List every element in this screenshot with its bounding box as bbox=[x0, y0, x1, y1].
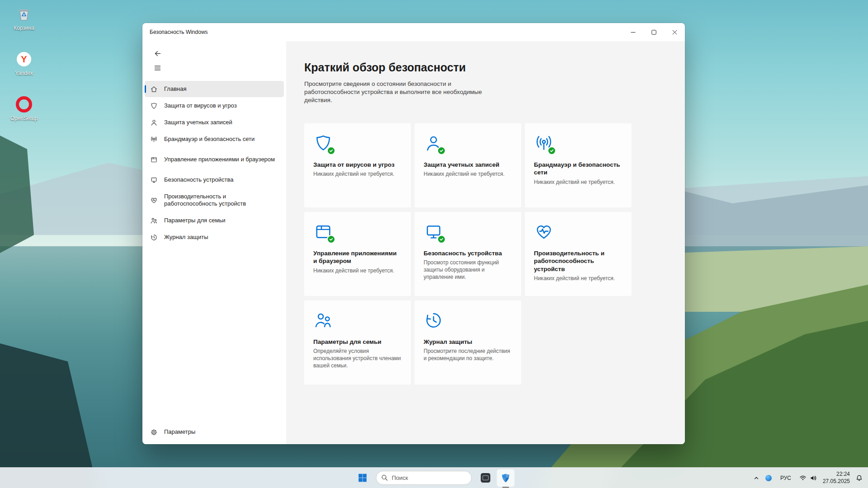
taskbar-app-button[interactable] bbox=[476, 469, 495, 487]
card-title: Безопасность устройства bbox=[424, 249, 512, 258]
card-device-security[interactable]: Безопасность устройства Просмотр состоян… bbox=[415, 212, 521, 296]
sidebar-item-app-browser-control[interactable]: Управление приложениями и браузером bbox=[145, 148, 284, 171]
page-description: Просмотрите сведения о состоянии безопас… bbox=[304, 80, 485, 105]
person-icon bbox=[150, 119, 158, 127]
sidebar-item-settings[interactable]: Параметры bbox=[145, 424, 284, 440]
card-title: Защита от вирусов и угроз bbox=[313, 161, 402, 169]
desktop-icon-label: Yandex bbox=[15, 70, 33, 76]
card-subtitle: Просмотр состояния функций защиты оборуд… bbox=[424, 259, 512, 281]
sidebar-item-label: Управление приложениями и браузером bbox=[164, 156, 275, 163]
health-icon bbox=[534, 222, 554, 242]
status-ok-badge bbox=[437, 235, 446, 244]
sidebar-item-home[interactable]: Главная bbox=[145, 81, 284, 97]
history-icon bbox=[150, 234, 158, 241]
card-title: Производительность и работоспособность у… bbox=[534, 249, 623, 273]
sidebar-item-label: Параметры для семьи bbox=[164, 217, 225, 224]
status-ok-badge bbox=[547, 146, 556, 155]
sidebar-item-device-security[interactable]: Безопасность устройства bbox=[145, 172, 284, 188]
opera-setup-icon bbox=[15, 96, 33, 113]
gear-icon bbox=[150, 428, 158, 436]
sidebar-item-label: Производительность и работоспособность у… bbox=[164, 193, 278, 207]
desktop-icon-yandex[interactable]: Y Yandex bbox=[5, 51, 43, 92]
card-subtitle: Никаких действий не требуется. bbox=[534, 179, 623, 186]
card-protection-history[interactable]: Журнал защиты Просмотрите последние дейс… bbox=[415, 300, 521, 385]
sidebar-item-device-health[interactable]: Производительность и работоспособность у… bbox=[145, 188, 284, 212]
home-icon bbox=[150, 85, 158, 93]
card-firewall[interactable]: Брандмауэр и безопасность сети Никаких д… bbox=[525, 123, 632, 207]
tray-time: 22:24 bbox=[823, 471, 850, 478]
sidebar-item-account-protection[interactable]: Защита учетных записей bbox=[145, 114, 284, 131]
card-device-health[interactable]: Производительность и работоспособность у… bbox=[525, 212, 632, 296]
wifi-icon bbox=[799, 474, 807, 482]
history-icon bbox=[424, 310, 443, 330]
page-title: Краткий обзор безопасности bbox=[304, 61, 685, 74]
sidebar-item-virus-protection[interactable]: Защита от вирусов и угроз bbox=[145, 98, 284, 114]
start-button[interactable] bbox=[354, 469, 372, 487]
windows-logo-icon bbox=[357, 473, 368, 483]
card-subtitle: Никаких действий не требуется. bbox=[534, 275, 623, 282]
security-cards-grid: Защита от вирусов и угроз Никаких действ… bbox=[304, 123, 685, 385]
sidebar-item-firewall[interactable]: Брандмауэр и безопасность сети bbox=[145, 131, 284, 147]
taskbar-windows-security-button[interactable] bbox=[497, 469, 515, 487]
card-virus-protection[interactable]: Защита от вирусов и угроз Никаких действ… bbox=[304, 123, 411, 207]
tray-app-icon bbox=[765, 474, 772, 482]
card-title: Защита учетных записей bbox=[424, 161, 512, 169]
recycle-bin-icon bbox=[15, 5, 33, 23]
notification-center-button[interactable] bbox=[853, 469, 865, 487]
device-icon bbox=[150, 176, 158, 184]
dark-app-icon bbox=[480, 472, 491, 483]
sidebar: Главная Защита от вирусов и угроз Защита… bbox=[142, 41, 286, 444]
family-icon bbox=[313, 310, 333, 330]
bell-icon bbox=[856, 474, 863, 481]
apps-icon bbox=[150, 156, 158, 164]
taskbar: РУС 22:24 27.05.2025 bbox=[0, 467, 868, 488]
desktop-icon-opensetup[interactable]: OpenSetup bbox=[5, 96, 43, 137]
window-titlebar: Безопасность Windows bbox=[142, 23, 685, 41]
shield-icon bbox=[150, 102, 158, 110]
desktop-icon-label: OpenSetup bbox=[10, 115, 38, 122]
sidebar-item-label: Защита от вирусов и угроз bbox=[164, 102, 237, 109]
maximize-button[interactable] bbox=[643, 23, 664, 41]
card-title: Параметры для семьи bbox=[313, 338, 402, 346]
yandex-icon: Y bbox=[15, 51, 33, 68]
network-volume-button[interactable] bbox=[797, 469, 820, 487]
window-title: Безопасность Windows bbox=[150, 29, 623, 35]
sidebar-item-label: Параметры bbox=[164, 428, 195, 436]
back-arrow-icon bbox=[154, 50, 161, 57]
hamburger-icon bbox=[154, 64, 161, 72]
card-title: Брандмауэр и безопасность сети bbox=[534, 161, 623, 177]
window-caption-buttons bbox=[623, 23, 685, 41]
taskbar-center-group bbox=[354, 468, 515, 488]
sidebar-item-label: Защита учетных записей bbox=[164, 119, 232, 126]
menu-button[interactable] bbox=[150, 61, 165, 75]
desktop-icon-list: Корзина Y Yandex OpenSetup bbox=[5, 5, 43, 141]
network-icon bbox=[150, 136, 158, 143]
sidebar-item-protection-history[interactable]: Журнал защиты bbox=[145, 229, 284, 245]
desktop-icon-recycle-bin[interactable]: Корзина bbox=[5, 5, 43, 47]
sidebar-bottom: Параметры bbox=[142, 423, 286, 441]
sidebar-item-family-options[interactable]: Параметры для семьи bbox=[145, 212, 284, 229]
search-input[interactable] bbox=[376, 471, 472, 485]
language-indicator[interactable]: РУС bbox=[775, 469, 797, 487]
windows-security-window: Безопасность Windows bbox=[142, 23, 685, 444]
back-button[interactable] bbox=[150, 47, 165, 60]
sidebar-item-label: Главная bbox=[164, 85, 186, 93]
close-icon bbox=[672, 30, 677, 35]
minimize-icon bbox=[631, 30, 636, 35]
tray-app-button[interactable] bbox=[762, 469, 775, 487]
language-label: РУС bbox=[778, 475, 794, 481]
health-icon bbox=[150, 197, 158, 204]
close-button[interactable] bbox=[664, 23, 685, 41]
hidden-icons-button[interactable] bbox=[750, 469, 762, 487]
card-account-protection[interactable]: Защита учетных записей Никаких действий … bbox=[415, 123, 521, 207]
card-app-browser-control[interactable]: Управление приложениями и браузером Ника… bbox=[304, 212, 411, 296]
minimize-button[interactable] bbox=[623, 23, 643, 41]
taskbar-search[interactable] bbox=[376, 471, 472, 485]
tray-date: 27.05.2025 bbox=[823, 478, 850, 485]
clock[interactable]: 22:24 27.05.2025 bbox=[820, 471, 853, 485]
desktop-icon-label: Корзина bbox=[14, 25, 34, 31]
status-ok-badge bbox=[327, 146, 335, 155]
search-icon bbox=[381, 474, 388, 481]
card-title: Управление приложениями и браузером bbox=[313, 249, 402, 265]
card-family-options[interactable]: Параметры для семьи Определяйте условия … bbox=[304, 300, 411, 385]
